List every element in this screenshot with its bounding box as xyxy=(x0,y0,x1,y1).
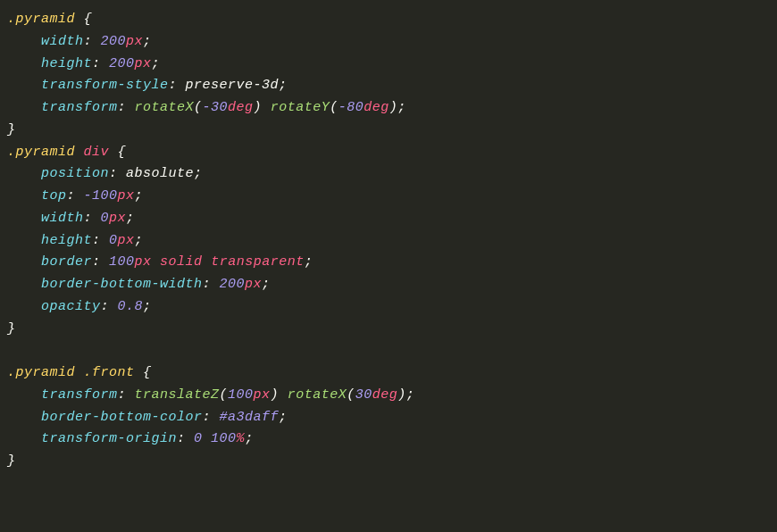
code-token: 0.8 xyxy=(118,299,144,314)
code-token: -30 xyxy=(203,100,229,115)
code-token: solid xyxy=(160,254,203,270)
selector-class: .pyramid xyxy=(7,145,75,160)
code-token: 0 xyxy=(109,233,118,248)
code-token xyxy=(203,254,212,270)
code-token xyxy=(75,365,84,380)
css-property: opacity xyxy=(41,299,101,314)
code-token: 200 xyxy=(220,277,246,292)
code-token: ) xyxy=(389,100,398,115)
code-token xyxy=(75,145,84,160)
code-token: ( xyxy=(194,100,203,115)
code-token: translateZ xyxy=(135,387,220,403)
code-line: opacity: 0.8; xyxy=(7,296,770,319)
code-line: } xyxy=(7,120,770,142)
code-line: border-bottom-color: #a3daff; xyxy=(7,407,770,429)
css-property: transform-style xyxy=(41,78,169,93)
code-token: 100 xyxy=(211,431,237,446)
code-line: height: 200px; xyxy=(7,54,770,76)
code-token: ) xyxy=(271,387,280,403)
code-token: px xyxy=(118,233,135,248)
code-line: transform-style: preserve-3d; xyxy=(7,75,770,97)
code-line: top: -100px; xyxy=(7,186,770,208)
code-token: 0 xyxy=(194,431,203,446)
code-token: px xyxy=(126,34,143,49)
code-line: transform: translateZ(100px) rotateX(30d… xyxy=(7,385,770,407)
css-property: width xyxy=(41,34,84,49)
code-line: border: 100px solid transparent; xyxy=(7,252,770,274)
code-line: .pyramid div { xyxy=(7,142,770,164)
css-property: position xyxy=(41,166,109,181)
css-property: height xyxy=(41,233,92,248)
code-token: 200 xyxy=(109,56,135,71)
css-property: transform xyxy=(41,100,118,115)
css-property: transform-origin xyxy=(41,431,177,446)
code-token xyxy=(152,254,161,270)
code-line: } xyxy=(7,319,770,341)
code-token: -100 xyxy=(84,188,118,204)
code-line: .pyramid .front { xyxy=(7,362,770,385)
code-token: px xyxy=(254,387,271,403)
code-token: px xyxy=(135,254,152,270)
code-token: ( xyxy=(220,387,229,403)
code-token: rotateX xyxy=(135,100,195,115)
code-token: 30 xyxy=(355,387,372,403)
code-line: transform-origin: 0 100%; xyxy=(7,428,770,451)
code-token xyxy=(262,100,271,115)
code-line: position: absolute; xyxy=(7,163,770,186)
code-token: px xyxy=(109,211,126,226)
selector-class: .pyramid xyxy=(7,12,75,27)
css-property: width xyxy=(41,211,84,226)
code-token: % xyxy=(237,431,246,446)
selector-class: .front xyxy=(84,365,135,380)
code-line xyxy=(7,340,770,362)
code-line: height: 0px; xyxy=(7,230,770,253)
code-token: rotateY xyxy=(271,100,330,115)
css-property: top xyxy=(41,188,67,204)
code-token: deg xyxy=(363,100,389,115)
code-editor[interactable]: .pyramid { width: 200px; height: 200px; … xyxy=(0,0,777,482)
code-token xyxy=(203,431,212,446)
code-token: rotateX xyxy=(288,387,347,403)
code-token: px xyxy=(118,188,135,204)
code-token: deg xyxy=(228,100,254,115)
code-token: px xyxy=(135,56,152,71)
code-token: 100 xyxy=(109,254,135,270)
code-token: ) xyxy=(397,387,406,403)
code-token: #a3daff xyxy=(220,410,280,425)
selector-class: .pyramid xyxy=(7,365,75,380)
code-token: ( xyxy=(330,100,338,115)
code-line: } xyxy=(7,451,770,473)
code-line: width: 0px; xyxy=(7,208,770,230)
selector-tag: div xyxy=(84,145,110,160)
code-token: 0 xyxy=(101,211,110,226)
code-token: deg xyxy=(372,387,398,403)
code-line: border-bottom-width: 200px; xyxy=(7,274,770,296)
code-token: -80 xyxy=(338,100,364,115)
code-line: transform: rotateX(-30deg) rotateY(-80de… xyxy=(7,97,770,120)
css-property: border-bottom-color xyxy=(41,410,203,425)
code-token: ) xyxy=(254,100,263,115)
css-property: border xyxy=(41,254,92,270)
code-token: transparent xyxy=(211,254,305,270)
code-token: absolute xyxy=(126,166,194,181)
css-property: transform xyxy=(41,387,118,403)
code-token: preserve-3d xyxy=(186,78,280,93)
code-line: width: 200px; xyxy=(7,31,770,54)
code-token xyxy=(279,387,288,403)
code-token: 100 xyxy=(228,387,254,403)
css-property: height xyxy=(41,56,92,71)
code-line: .pyramid { xyxy=(7,9,770,31)
code-token: 200 xyxy=(101,34,127,49)
code-token: px xyxy=(245,277,262,292)
css-property: border-bottom-width xyxy=(41,277,203,292)
code-token: ( xyxy=(347,387,355,403)
